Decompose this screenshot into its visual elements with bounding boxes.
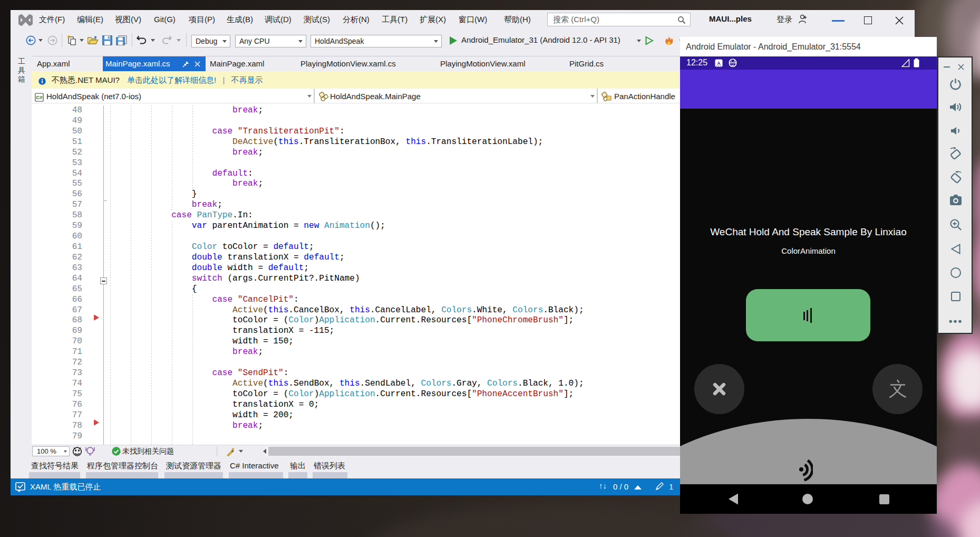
svg-text:A: A <box>717 61 721 66</box>
svg-text:C#: C# <box>36 94 43 100</box>
